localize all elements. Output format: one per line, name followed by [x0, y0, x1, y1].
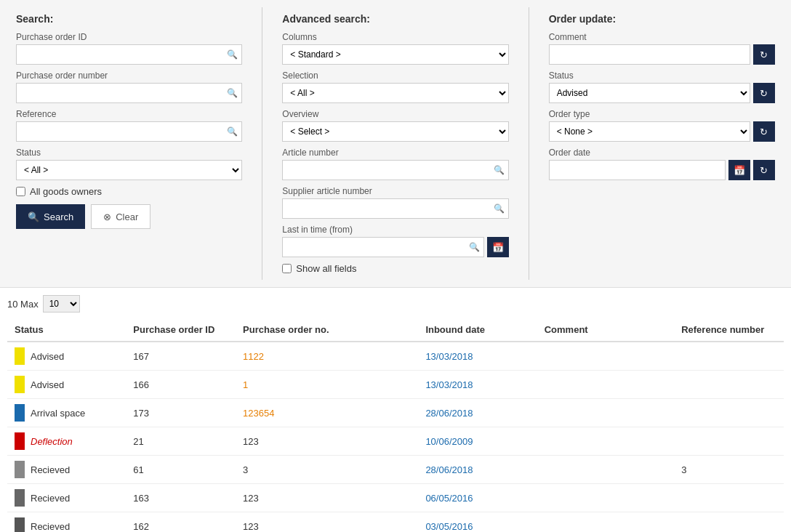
selection-select[interactable]: < All >	[282, 83, 508, 103]
search-panel-title: Search:	[16, 13, 242, 25]
po-id-input[interactable]	[16, 44, 242, 65]
status-cell-inner: Deflection	[15, 432, 119, 450]
po-no-link[interactable]: 123654	[243, 408, 274, 419]
advanced-panel: Advanced search: Columns < Standard > Cu…	[273, 7, 517, 280]
article-number-input[interactable]	[282, 160, 508, 180]
row-status-cell: Recieved	[7, 456, 126, 484]
row-comment-cell	[537, 342, 674, 371]
row-inbound-date-cell: 03/05/2016	[418, 512, 537, 533]
po-number-search-icon: 🔍	[227, 88, 238, 98]
clear-button[interactable]: ⊗ Clear	[91, 204, 150, 229]
comment-refresh-btn[interactable]: ↻	[753, 44, 775, 65]
status-select[interactable]: < All > Advised Arrival space Deflection…	[16, 160, 242, 180]
order-date-refresh-btn[interactable]: ↻	[753, 160, 775, 180]
row-inbound-date-cell: 06/05/2016	[418, 484, 537, 512]
inbound-date-value[interactable]: 03/05/2016	[425, 521, 473, 532]
po-no-link[interactable]: 1122	[243, 351, 264, 362]
inbound-date-value[interactable]: 10/06/2009	[425, 436, 473, 447]
po-no-link[interactable]: 1	[243, 379, 248, 390]
status-text: Arrival space	[31, 408, 85, 419]
divider-2	[529, 7, 529, 280]
order-type-label: Order type	[549, 109, 775, 119]
status-cell-inner: Arrival space	[15, 404, 119, 422]
results-table: Status Purchase order ID Purchase order …	[7, 318, 784, 532]
row-po-id-cell: 166	[126, 371, 236, 399]
table-row: Recieved16312306/05/2016	[7, 484, 784, 512]
advanced-panel-title: Advanced search:	[282, 13, 508, 25]
row-inbound-date-cell: 13/03/2018	[418, 371, 537, 399]
order-date-refresh-icon: ↻	[760, 165, 768, 176]
order-date-calendar-btn[interactable]: 📅	[728, 160, 750, 180]
table-header: Status Purchase order ID Purchase order …	[7, 318, 784, 342]
order-type-refresh-icon: ↻	[760, 126, 768, 137]
all-goods-owners-row: All goods owners	[16, 186, 242, 197]
row-po-no-cell: 123	[236, 427, 418, 456]
last-in-time-search-icon: 🔍	[469, 242, 480, 252]
results-info: 10 Max 10 25 50 100	[7, 295, 784, 313]
clear-btn-icon: ⊗	[103, 211, 111, 222]
last-in-time-input-wrapper: 🔍	[282, 237, 483, 257]
row-reference-cell	[674, 512, 784, 533]
row-po-no-cell: 123654	[236, 399, 418, 427]
order-update-title: Order update:	[549, 13, 775, 25]
po-number-input[interactable]	[16, 83, 242, 103]
order-date-input[interactable]	[549, 160, 726, 180]
inbound-date-value[interactable]: 13/03/2018	[425, 351, 473, 362]
inbound-date-value[interactable]: 06/05/2016	[425, 493, 473, 504]
results-count-label: 10 Max	[7, 299, 39, 310]
row-status-cell: Advised	[7, 342, 126, 371]
status-cell-inner: Recieved	[15, 461, 119, 478]
order-update-status-select[interactable]: Advised Arrival space Deflection Recieve…	[549, 83, 750, 103]
overview-select[interactable]: < Select >	[282, 121, 508, 142]
status-color-bar	[15, 461, 25, 478]
status-cell-inner: Advised	[15, 376, 119, 393]
supplier-article-search-icon: 🔍	[494, 203, 505, 214]
status-color-bar	[15, 376, 25, 393]
order-update-status-refresh-btn[interactable]: ↻	[753, 83, 775, 103]
status-text: Advised	[31, 351, 64, 362]
search-btn-row: 🔍 Search ⊗ Clear	[16, 204, 242, 229]
order-update-status-row: Advised Arrival space Deflection Recieve…	[549, 83, 775, 103]
search-button[interactable]: 🔍 Search	[16, 204, 85, 229]
order-date-input-wrapper	[549, 160, 726, 180]
row-inbound-date-cell: 13/03/2018	[418, 342, 537, 371]
table-row: Deflection2112310/06/2009	[7, 427, 784, 456]
supplier-article-label: Supplier article number	[282, 186, 508, 196]
status-color-bar	[15, 432, 25, 450]
po-number-label: Purchase order number	[16, 70, 242, 81]
row-comment-cell	[537, 371, 674, 399]
reference-input[interactable]	[16, 121, 242, 142]
divider-1	[262, 7, 262, 280]
row-po-no-cell: 123	[236, 484, 418, 512]
max-per-page-select[interactable]: 10 25 50 100	[43, 295, 80, 313]
inbound-date-value[interactable]: 28/06/2018	[425, 464, 473, 475]
col-reference-number: Reference number	[674, 318, 784, 342]
last-in-time-input[interactable]	[282, 237, 483, 257]
po-id-label: Purchase order ID	[16, 32, 242, 42]
col-po-no: Purchase order no.	[236, 318, 418, 342]
row-po-id-cell: 61	[126, 456, 236, 484]
comment-input[interactable]	[549, 44, 750, 65]
supplier-article-input[interactable]	[282, 198, 508, 219]
comment-row: ↻	[549, 44, 775, 65]
row-comment-cell	[537, 399, 674, 427]
table-row: Arrival space17312365428/06/2018	[7, 399, 784, 427]
all-goods-owners-label: All goods owners	[30, 186, 102, 197]
row-inbound-date-cell: 28/06/2018	[418, 456, 537, 484]
inbound-date-value[interactable]: 28/06/2018	[425, 408, 473, 419]
show-all-fields-checkbox[interactable]	[282, 264, 292, 273]
last-in-time-calendar-btn[interactable]: 📅	[487, 237, 509, 257]
status-color-bar	[15, 517, 25, 532]
status-group: Status < All > Advised Arrival space Def…	[16, 148, 242, 180]
row-comment-cell	[537, 484, 674, 512]
columns-select[interactable]: < Standard > Custom	[282, 44, 508, 65]
table-body: Advised167112213/03/2018Advised166113/03…	[7, 342, 784, 532]
reference-label: Reference	[16, 109, 242, 119]
order-type-select[interactable]: < None >	[549, 121, 750, 142]
order-date-calendar-icon: 📅	[734, 165, 745, 176]
table-row: Advised166113/03/2018	[7, 371, 784, 399]
inbound-date-value[interactable]: 13/03/2018	[425, 379, 473, 390]
all-goods-owners-checkbox[interactable]	[16, 187, 25, 196]
search-btn-label: Search	[44, 211, 73, 222]
order-type-refresh-btn[interactable]: ↻	[753, 121, 775, 142]
